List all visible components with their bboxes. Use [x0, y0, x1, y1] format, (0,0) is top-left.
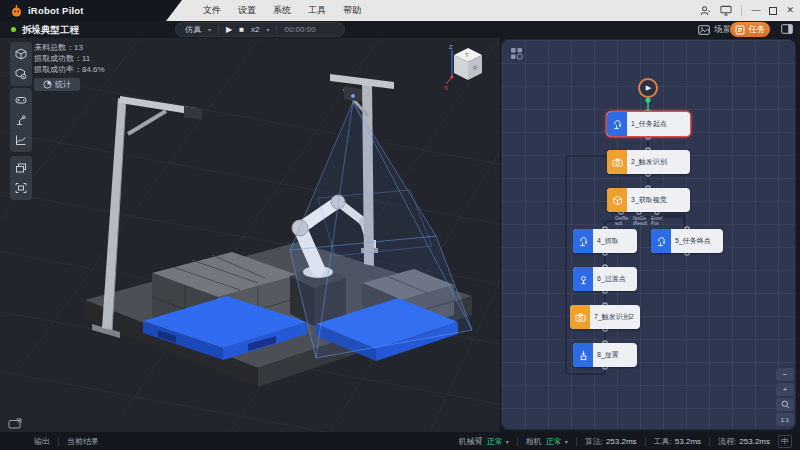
- node-label: 7_触发识别2: [590, 312, 634, 322]
- robot-gripper-icon: [651, 229, 671, 253]
- play-button[interactable]: ▶: [226, 23, 232, 36]
- statusbar-separator: [645, 437, 646, 446]
- speed-select[interactable]: x2: [251, 25, 259, 34]
- zoom-reset-button[interactable]: 1:1: [776, 413, 794, 426]
- view-cube-button[interactable]: [10, 44, 32, 64]
- metric-tool-value: 53.2ms: [675, 437, 701, 446]
- task-flow-panel[interactable]: ▶ 1_任务起点 2_触发识别 3_获取视觉 GetResult NotGetR…: [502, 40, 795, 429]
- titlebar-separator: [741, 5, 742, 16]
- node-label: 4_抓取: [593, 236, 619, 246]
- device-camera-caret-icon[interactable]: ▾: [565, 438, 568, 445]
- user-icon[interactable]: [700, 5, 711, 16]
- node-label: 5_任务终点: [671, 236, 711, 246]
- menu-tools[interactable]: 工具: [308, 4, 326, 17]
- status-bar: 输出 当前结果 机械臂 正常 ▾ 相机 正常 ▾ 算法: 253.2ms 工具:…: [0, 432, 800, 450]
- axis-x-label: X: [444, 85, 448, 91]
- gamepad-icon: [15, 94, 27, 106]
- flow-node-4-grab[interactable]: 4_抓取: [573, 229, 637, 253]
- speed-caret-icon[interactable]: ▾: [266, 26, 269, 33]
- snapshot-button[interactable]: [10, 178, 32, 198]
- zoom-search-button[interactable]: [776, 398, 794, 411]
- metric-flow-label: 流程:: [718, 436, 736, 447]
- main-toolbar: 拆垛典型工程 仿真 ▾ ▶ ■ x2 ▾ 00:00:00 场景: [0, 21, 800, 38]
- tab-output[interactable]: 输出: [34, 436, 50, 447]
- statusbar-separator: [709, 437, 710, 446]
- trajectory-chart-button[interactable]: [10, 130, 32, 150]
- flow-node-2-trigger-recognition[interactable]: 2_触发识别: [607, 150, 690, 174]
- node-label: 1_任务起点: [627, 119, 667, 129]
- device-arm-status: 正常: [487, 436, 503, 447]
- menu-system[interactable]: 系统: [273, 4, 291, 17]
- port-not-get-result[interactable]: NotGetResult: [633, 216, 647, 226]
- flow-node-8-place[interactable]: 8_放置: [573, 343, 637, 367]
- flow-zoom-controls: − + 1:1: [776, 368, 794, 428]
- jog-control-button[interactable]: [10, 90, 32, 110]
- flow-node-1-task-start[interactable]: 1_任务起点: [607, 112, 690, 136]
- flow-node-6-waypoint[interactable]: 6_过渡点: [573, 267, 637, 291]
- tab-current-result[interactable]: 当前结果: [67, 436, 99, 447]
- tab-scene[interactable]: 场景: [698, 22, 731, 37]
- close-button[interactable]: ✕: [786, 0, 794, 21]
- port-get-result[interactable]: GetResult: [615, 216, 629, 226]
- layers-button[interactable]: [10, 158, 32, 178]
- tab-task-label: 任务: [749, 24, 766, 36]
- robot-config-button[interactable]: [10, 110, 32, 130]
- pill-separator: [218, 25, 219, 34]
- 3d-viewport[interactable]: 来料总数：13 抓取成功数：11 抓取成功率：84.6% 统计 Z X: [0, 38, 500, 432]
- flow-edges: [502, 40, 795, 429]
- statusbar-separator: [517, 437, 518, 446]
- flow-node-5-task-end[interactable]: 5_任务终点: [651, 229, 723, 253]
- language-indicator[interactable]: 中: [778, 435, 792, 448]
- mode-select[interactable]: 仿真: [185, 24, 201, 35]
- tab-task-active[interactable]: 任务: [730, 22, 770, 37]
- menu-settings[interactable]: 设置: [238, 4, 256, 17]
- toolgroup-capture: [10, 156, 32, 200]
- view-orientation-cube[interactable]: Z X T R: [443, 42, 489, 94]
- maximize-button[interactable]: [769, 7, 777, 15]
- mode-caret-icon[interactable]: ▾: [208, 26, 211, 33]
- pill-separator: [276, 25, 277, 34]
- node-label: 8_放置: [593, 350, 619, 360]
- node-label: 2_触发识别: [627, 157, 667, 167]
- statistics-button-label: 统计: [55, 79, 71, 90]
- zoom-in-button[interactable]: +: [776, 383, 794, 396]
- simulation-controls: 仿真 ▾ ▶ ■ x2 ▾ 00:00:00: [175, 22, 345, 37]
- statistics-button[interactable]: 统计: [34, 78, 80, 91]
- port-error[interactable]: Error/Pos: [651, 216, 665, 226]
- metric-algorithm-label: 算法:: [585, 436, 603, 447]
- device-arm-label: 机械臂: [459, 436, 483, 447]
- monitor-icon[interactable]: [720, 5, 732, 16]
- stop-button[interactable]: ■: [239, 23, 244, 36]
- cube-settings-button[interactable]: [10, 64, 32, 84]
- menu-file[interactable]: 文件: [203, 4, 221, 17]
- minimize-button[interactable]: —: [751, 0, 760, 21]
- camera-frustum: [290, 102, 472, 358]
- app-logo-icon: [10, 4, 23, 17]
- project-title: 拆垛典型工程: [22, 24, 79, 37]
- metric-algorithm-value: 253.2ms: [606, 437, 637, 446]
- flow-node-3-get-vision[interactable]: 3_获取视觉: [607, 188, 690, 212]
- output-panel-expand-icon[interactable]: [8, 418, 22, 429]
- app-window: iRobot Pilot 文件 设置 系统 工具 帮助 — ✕: [0, 0, 800, 450]
- metric-tool-label: 工具:: [654, 436, 672, 447]
- project-status-dot: [11, 27, 16, 32]
- title-bar: iRobot Pilot 文件 设置 系统 工具 帮助 — ✕: [0, 0, 800, 21]
- tab-scene-label: 场景: [714, 24, 731, 36]
- device-arm-caret-icon[interactable]: ▾: [506, 438, 509, 445]
- device-camera-label: 相机: [526, 436, 542, 447]
- simulation-timer: 00:00:00: [284, 25, 315, 34]
- pie-chart-icon: [43, 80, 52, 89]
- panel-toggle-icon[interactable]: [781, 24, 793, 34]
- zoom-out-button[interactable]: −: [776, 368, 794, 381]
- grab-statistics: 来料总数：13 抓取成功数：11 抓取成功率：84.6% 统计: [34, 42, 105, 91]
- flow-node-7-trigger-recognition-2[interactable]: 7_触发识别2: [570, 305, 640, 329]
- toolgroup-view: [10, 42, 32, 86]
- node-label: 3_获取视觉: [627, 195, 667, 205]
- task-flow-icon: [735, 25, 745, 35]
- vision-box-icon: [607, 188, 627, 212]
- flow-start-node[interactable]: ▶: [638, 78, 658, 98]
- camera-icon: [607, 150, 627, 174]
- menu-bar: 文件 设置 系统 工具 帮助: [203, 0, 378, 21]
- menu-help[interactable]: 帮助: [343, 4, 361, 17]
- stat-success-count: 抓取成功数：11: [34, 53, 105, 63]
